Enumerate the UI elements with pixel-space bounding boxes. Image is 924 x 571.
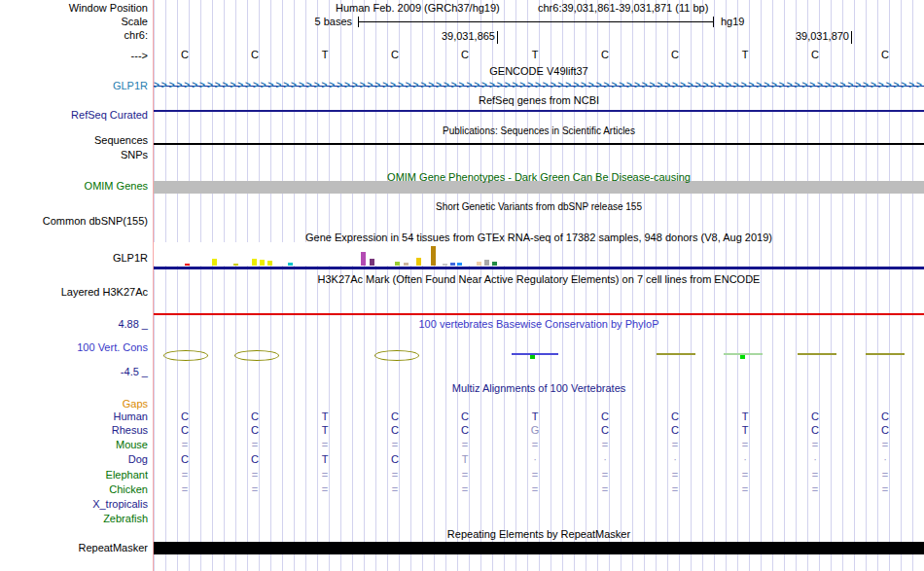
- multiz-base: =: [812, 483, 818, 495]
- gtex-tissue-bar[interactable]: [492, 262, 497, 266]
- genome-browser-image: Window Position Human Feb. 2009 (GRCh37/…: [0, 0, 924, 571]
- multiz-species-label-mouse[interactable]: Mouse: [116, 439, 148, 450]
- track-label-omim-genes[interactable]: OMIM Genes: [85, 180, 148, 192]
- track-title-gtex: Gene Expression in 54 tissues from GTEx …: [154, 232, 924, 243]
- gtex-tissue-bar[interactable]: [252, 259, 257, 266]
- multiz-base: C: [251, 410, 259, 422]
- scale-bases-text: 5 bases: [274, 16, 352, 27]
- multiz-base: C: [181, 410, 189, 422]
- multiz-base: =: [252, 483, 258, 495]
- multiz-base: =: [882, 439, 888, 450]
- track-label-repeatmasker[interactable]: RepeatMasker: [78, 542, 148, 553]
- reference-base: C: [671, 49, 679, 60]
- track-title-publications: Publications: Sequences in Scientific Ar…: [154, 125, 924, 136]
- track-title-h3k27ac: H3K27Ac Mark (Often Found Near Active Re…: [154, 273, 924, 285]
- gencode-transcript-arrows[interactable]: >>>>>>>>>>>>>>>>>>>>>>>>>>>>>>>>>>>>>>>>…: [154, 80, 924, 91]
- gtex-tissue-bar[interactable]: [443, 264, 447, 266]
- track-label-glp1r-gtex[interactable]: GLP1R: [113, 252, 148, 264]
- multiz-base: =: [462, 469, 468, 481]
- coordinate-right: 39,031,870: [754, 30, 849, 42]
- multiz-base: C: [461, 410, 469, 422]
- multiz-base: T: [742, 424, 749, 436]
- conservation-glyph[interactable]: [374, 350, 419, 361]
- gtex-tissue-bar[interactable]: [404, 263, 409, 266]
- gtex-tissue-bar[interactable]: [288, 263, 293, 266]
- multiz-base: =: [602, 483, 608, 495]
- multiz-base: =: [882, 483, 888, 495]
- multiz-species-label-elephant[interactable]: Elephant: [106, 469, 148, 481]
- multiz-base: T: [532, 410, 539, 422]
- track-label-snps[interactable]: SNPs: [121, 149, 148, 161]
- gtex-tissue-bar[interactable]: [370, 259, 374, 266]
- multiz-base: C: [881, 424, 889, 436]
- gtex-tissue-bar[interactable]: [484, 260, 489, 266]
- multiz-base: C: [251, 453, 259, 465]
- multiz-species-label-zebrafish[interactable]: Zebrafish: [103, 513, 148, 524]
- multiz-base: C: [181, 453, 189, 465]
- scale-ruler-right-tick: [713, 17, 714, 27]
- reference-base: C: [881, 49, 889, 60]
- window-position-value: chr6:39,031,861-39,031,871 (11 bp): [538, 2, 708, 14]
- conservation-glyph[interactable]: [798, 353, 836, 355]
- gtex-tissue-bar[interactable]: [361, 252, 366, 266]
- multiz-species-label-dog[interactable]: Dog: [128, 453, 148, 465]
- publications-sequence-item[interactable]: [154, 143, 924, 145]
- coordinate-left-tick: [497, 31, 498, 44]
- track-label-sequences[interactable]: Sequences: [94, 134, 148, 146]
- gtex-tissue-bar[interactable]: [416, 258, 421, 266]
- conservation-glyph[interactable]: [512, 353, 558, 355]
- multiz-base: T: [742, 410, 749, 422]
- gtex-tissue-bar[interactable]: [185, 264, 190, 266]
- gtex-tissue-bar[interactable]: [395, 262, 400, 266]
- multiz-base: =: [742, 469, 748, 481]
- multiz-base: ·: [603, 453, 607, 465]
- multiz-species-label-rhesus[interactable]: Rhesus: [112, 424, 148, 436]
- multiz-base: =: [182, 469, 188, 481]
- repeatmasker-element-bar[interactable]: [154, 542, 924, 554]
- multiz-base: G: [531, 424, 540, 436]
- gtex-tissue-bar[interactable]: [457, 263, 462, 266]
- multiz-species-label-x_tropicalis[interactable]: X_tropicalis: [92, 498, 148, 510]
- multiz-base: C: [251, 424, 259, 436]
- multiz-base: C: [811, 410, 819, 422]
- gtex-tissue-bar[interactable]: [450, 263, 455, 266]
- track-label-common-dbsnp[interactable]: Common dbSNP(155): [43, 215, 148, 227]
- gtex-gene-model-line[interactable]: [154, 267, 924, 269]
- conservation-glyph[interactable]: [657, 353, 695, 355]
- track-label-100-vert-cons[interactable]: 100 Vert. Cons: [77, 341, 148, 353]
- conservation-glyph[interactable]: [866, 353, 905, 355]
- strand-direction-label: --->: [131, 50, 148, 61]
- multiz-base: =: [182, 483, 188, 495]
- multiz-base: C: [391, 453, 399, 465]
- h3k27ac-baseline[interactable]: [154, 313, 924, 315]
- gtex-tissue-bar[interactable]: [267, 261, 272, 266]
- gtex-tissue-bar[interactable]: [260, 260, 265, 266]
- multiz-species-label-gaps[interactable]: Gaps: [123, 398, 148, 410]
- conservation-glyph[interactable]: [234, 350, 279, 361]
- refseq-gene-line[interactable]: [154, 110, 924, 112]
- multiz-base: =: [532, 439, 538, 450]
- gtex-tissue-bar[interactable]: [477, 262, 481, 266]
- track-label-layered-h3k27ac[interactable]: Layered H3K27Ac: [61, 286, 148, 298]
- track-label-refseq-curated[interactable]: RefSeq Curated: [71, 109, 148, 121]
- conservation-glyph[interactable]: [163, 350, 208, 361]
- reference-base: C: [601, 49, 609, 60]
- reference-base: T: [532, 49, 539, 60]
- multiz-species-label-human[interactable]: Human: [114, 410, 148, 422]
- track-title-conservation: 100 vertebrates Basewise Conservation by…: [154, 318, 924, 330]
- multiz-base: C: [671, 424, 679, 436]
- multiz-base: C: [461, 424, 469, 436]
- track-label-glp1r-gencode[interactable]: GLP1R: [113, 80, 148, 91]
- multiz-base: =: [812, 469, 818, 481]
- conservation-tick: [740, 355, 745, 359]
- track-title-refseq: RefSeq genes from NCBI: [154, 94, 924, 106]
- multiz-base: C: [601, 424, 609, 436]
- multiz-base: =: [532, 469, 538, 481]
- gtex-tissue-bar[interactable]: [212, 259, 217, 266]
- multiz-species-label-chicken[interactable]: Chicken: [109, 483, 148, 495]
- gtex-tissue-bar[interactable]: [431, 246, 436, 266]
- track-title-dbsnp: Short Genetic Variants from dbSNP releas…: [154, 201, 924, 212]
- multiz-base: T: [322, 424, 329, 436]
- gtex-tissue-bar[interactable]: [233, 264, 238, 266]
- multiz-base: =: [322, 483, 328, 495]
